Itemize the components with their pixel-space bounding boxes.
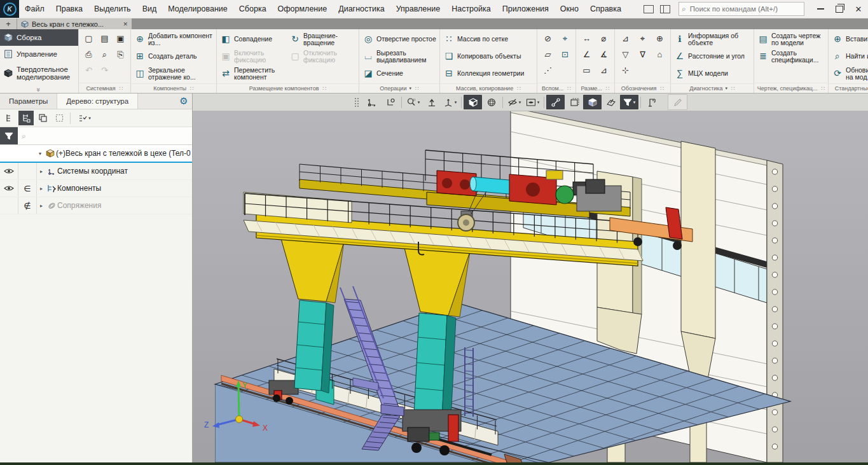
document-tab[interactable]: Весь кран с тележко... ✕: [17, 18, 132, 29]
mode-management[interactable]: Управление: [0, 46, 78, 62]
move-component-button[interactable]: ⇄ Переместить компонент: [219, 65, 287, 82]
display-filter-button[interactable]: ▾: [620, 95, 638, 109]
save-document-button[interactable]: ▣: [113, 31, 128, 46]
base-mark-button[interactable]: ∇: [635, 47, 650, 62]
section-mark-button[interactable]: ⌂: [652, 47, 667, 62]
zoom-area-button[interactable]: ▾: [404, 95, 422, 109]
clip-box-button[interactable]: [565, 95, 583, 109]
menu-help[interactable]: Справка: [584, 0, 627, 18]
parameters-tree-button[interactable]: [2, 111, 17, 125]
create-drawing-button[interactable]: ▤ Создать чертеж по модели: [756, 31, 826, 48]
hide-objects-button[interactable]: ▾: [505, 95, 523, 109]
tab-tree-structure[interactable]: Дерево: структура: [57, 94, 138, 109]
cs-view-button[interactable]: [362, 95, 381, 109]
mode-assembly[interactable]: Сборка: [0, 29, 78, 46]
toolbar-drag-handle[interactable]: [354, 97, 360, 108]
window-close-button[interactable]: ✕: [849, 1, 868, 17]
cs-settings-button[interactable]: [381, 95, 399, 109]
membership-cell[interactable]: ∈: [18, 180, 37, 197]
mass-properties-button[interactable]: ∑ МЦХ модели: [673, 65, 752, 82]
menu-assembly[interactable]: Сборка: [233, 0, 272, 18]
tree-row-components[interactable]: ∈ ▸ Компоненты: [0, 180, 192, 197]
model-viewport[interactable]: ▾ ▾ ▾ ▾: [193, 94, 868, 462]
preview-button[interactable]: ⌕: [97, 47, 112, 62]
menu-management[interactable]: Управление: [390, 0, 446, 18]
menu-window[interactable]: Окно: [555, 0, 584, 18]
construction-axis-button[interactable]: ⊘: [541, 31, 555, 46]
build-order-button[interactable]: [643, 95, 661, 109]
mirror-component-button[interactable]: ◫ Зеркальное отражение ко...: [133, 65, 214, 82]
tree-expanded-icon[interactable]: ▾: [36, 151, 45, 156]
cut-extrude-button[interactable]: ⌴ Вырезать выдавливанием: [361, 48, 437, 65]
group-dropdown-icon[interactable]: ▾: [409, 86, 411, 91]
area-select-button[interactable]: [52, 111, 67, 125]
group-dropdown-icon[interactable]: ▾: [725, 86, 727, 91]
orientation-button[interactable]: [422, 95, 441, 109]
menu-view[interactable]: Вид: [137, 0, 163, 18]
triad-orientation-button[interactable]: ▾: [441, 95, 459, 109]
group-grip[interactable]: ∷: [821, 85, 825, 92]
frame-dimension-button[interactable]: ▭: [579, 63, 594, 78]
new-tab-button[interactable]: +: [0, 18, 17, 29]
menu-settings[interactable]: Настройка: [446, 0, 497, 18]
group-grip[interactable]: ∷: [567, 85, 571, 92]
menu-file[interactable]: Файл: [19, 0, 50, 18]
insert-element-button[interactable]: ⊕ Вставить элемент: [830, 31, 868, 48]
show-objects-button[interactable]: ▾: [523, 95, 542, 109]
mode-solid-modeling[interactable]: Твердотельное моделирование: [0, 62, 78, 83]
group-grip[interactable]: ∷: [415, 85, 419, 92]
ribbon-collapse-chevron[interactable]: »: [0, 83, 78, 93]
rotation-rotation-button[interactable]: ↻ Вращение-вращение: [288, 31, 357, 48]
copy-objects-button[interactable]: ❏ Копировать объекты: [442, 48, 535, 65]
simple-hole-button[interactable]: ◎ Отверстие простое: [361, 31, 437, 48]
membership-cell[interactable]: ∉: [18, 197, 37, 214]
visibility-cell[interactable]: [0, 163, 18, 179]
spline-point-button[interactable]: ⋰: [541, 63, 555, 78]
tree-filter-button[interactable]: [0, 127, 18, 144]
structure-tree-button[interactable]: [18, 111, 34, 125]
construction-plane-button[interactable]: ▱: [541, 47, 555, 62]
linear-dimension-button[interactable]: ↔: [579, 31, 594, 46]
copy-view-button[interactable]: [35, 111, 50, 125]
measure-points-button[interactable]: [546, 95, 565, 109]
coincidence-button[interactable]: ◧ Совпадение: [219, 31, 287, 48]
tab-parameters[interactable]: Параметры: [0, 94, 57, 109]
3d-scene[interactable]: Y X Z: [193, 111, 868, 462]
diameter-dimension-button[interactable]: ⌀: [596, 31, 611, 46]
tree-search-input[interactable]: [29, 131, 192, 141]
group-grip[interactable]: ∷: [606, 85, 610, 92]
tree-collapsed-icon[interactable]: ▸: [37, 169, 46, 174]
group-grip[interactable]: ∷: [731, 85, 735, 92]
group-grip[interactable]: ∷: [517, 85, 521, 92]
leader-dimension-button[interactable]: ⊿: [596, 63, 611, 78]
command-search-input[interactable]: [689, 4, 804, 13]
create-spec-button[interactable]: ≣ Создать спецификаци...: [756, 48, 826, 65]
sketch-plane-button[interactable]: [602, 95, 620, 109]
layout-single-icon[interactable]: [642, 3, 656, 15]
menu-drawing[interactable]: Оформление: [272, 0, 333, 18]
visibility-cell[interactable]: [0, 180, 18, 197]
group-grip[interactable]: ∷: [322, 85, 326, 92]
layout-split-icon[interactable]: [658, 3, 672, 15]
model-display-mode-button[interactable]: [583, 95, 602, 109]
open-document-button[interactable]: ▤: [97, 31, 112, 46]
group-grip[interactable]: ∷: [120, 85, 123, 92]
disable-fix-button[interactable]: ▢ Отключить фиксацию: [288, 48, 357, 65]
tree-row-coordinate-systems[interactable]: ▸ Системы координат: [0, 163, 192, 180]
group-grip[interactable]: ∷: [660, 85, 664, 92]
undo-button[interactable]: ↶: [81, 63, 96, 78]
find-replace-button[interactable]: ⌕ Найти и заменить: [830, 48, 868, 65]
menu-diagnostics[interactable]: Диагностика: [333, 0, 390, 18]
local-cs-button[interactable]: ⌖: [558, 31, 572, 46]
window-minimize-button[interactable]: [811, 1, 830, 17]
tree-collapsed-icon[interactable]: ▸: [37, 203, 46, 209]
update-links-button[interactable]: ⟳ Обновить ссылки на мод...: [830, 65, 868, 82]
roughness-mark-button[interactable]: ⊿: [618, 31, 633, 46]
display-shaded-button[interactable]: [464, 95, 482, 109]
distance-angle-button[interactable]: ∠ Расстояние и угол: [673, 48, 752, 65]
section-button[interactable]: ◪ Сечение: [361, 65, 437, 82]
tree-collapsed-icon[interactable]: ▸: [37, 186, 46, 191]
save-as-button[interactable]: ⎘: [113, 47, 128, 62]
create-part-button[interactable]: ⊞ Создать деталь: [133, 48, 214, 65]
tree-root-row[interactable]: ▾ (+)Весь кран с тележкой в цехе (Тел-0: [0, 145, 192, 163]
